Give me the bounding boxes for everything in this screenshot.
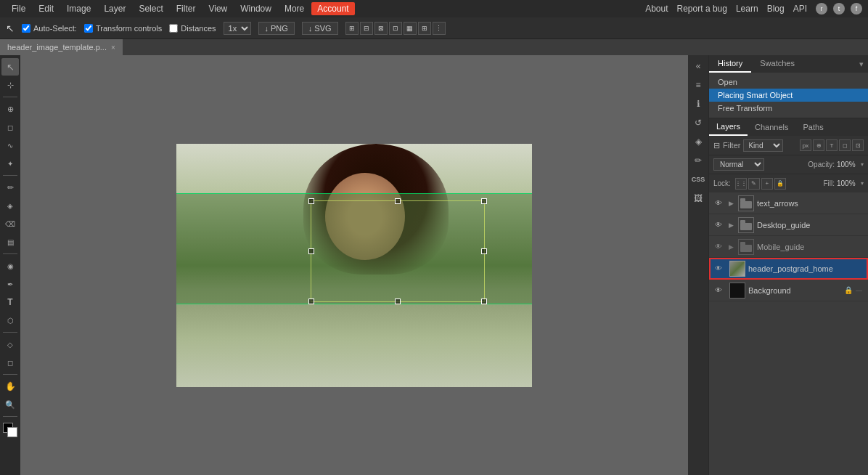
- lock-all-icon[interactable]: +: [761, 178, 773, 190]
- opacity-dropdown-icon[interactable]: ▾: [861, 161, 864, 168]
- history-item-placing[interactable]: Placing Smart Object: [709, 89, 868, 102]
- transform-handle-ml[interactable]: [308, 248, 314, 254]
- layer-item-text-arrows[interactable]: 👁 ▶ text_arrows: [709, 192, 868, 214]
- tab-close-btn[interactable]: ×: [111, 44, 115, 52]
- layer-item-background[interactable]: 👁 Background 🔒 —: [709, 280, 868, 301]
- filter-adjustment-icon[interactable]: ⊕: [813, 139, 824, 151]
- lock-artboard-icon[interactable]: 🔒: [774, 178, 786, 190]
- menu-layer[interactable]: Layer: [98, 2, 131, 15]
- fill-value[interactable]: 100%: [837, 179, 859, 187]
- collapse-panel-icon[interactable]: «: [690, 58, 706, 74]
- menu-select[interactable]: Select: [133, 2, 168, 15]
- filter-smart-icon[interactable]: ⊡: [852, 139, 864, 151]
- filter-kind-select[interactable]: Kind: [743, 139, 783, 152]
- info-icon[interactable]: ℹ: [690, 96, 706, 112]
- transform-handle-tl[interactable]: [308, 198, 314, 204]
- lock-pixels-icon[interactable]: ⋮⋮: [735, 178, 747, 190]
- facebook-icon[interactable]: f: [851, 3, 862, 15]
- align-top-icon[interactable]: ⊡: [389, 22, 402, 35]
- menu-filter[interactable]: Filter: [171, 2, 202, 15]
- pen-tool[interactable]: ✒: [1, 275, 19, 293]
- tab-history[interactable]: History: [709, 55, 751, 73]
- align-center-v-icon[interactable]: ▦: [404, 22, 417, 35]
- css-icon[interactable]: CSS: [690, 171, 706, 187]
- align-right-icon[interactable]: ⊠: [374, 22, 388, 35]
- brushes-icon[interactable]: ✏: [690, 153, 706, 169]
- about-link[interactable]: About: [645, 4, 668, 14]
- blur-tool[interactable]: ◉: [1, 257, 19, 275]
- align-bottom-icon[interactable]: ⊞: [418, 22, 431, 35]
- svg-export-btn[interactable]: ↓SVG: [302, 22, 338, 35]
- transform-handle-bm[interactable]: [395, 299, 401, 304]
- canvas-area[interactable]: [20, 55, 688, 475]
- layer-expand-text-arrows[interactable]: ▶: [726, 199, 735, 208]
- layer-visibility-text-arrows[interactable]: 👁: [713, 198, 724, 208]
- layer-visibility-header-postgrad[interactable]: 👁: [713, 264, 724, 274]
- opacity-value[interactable]: 100%: [837, 161, 859, 169]
- menu-view[interactable]: View: [202, 2, 233, 15]
- filter-shape-icon[interactable]: ◻: [839, 139, 851, 151]
- zoom-tool[interactable]: 🔍: [1, 396, 19, 413]
- transform-controls-checkbox[interactable]: [84, 24, 93, 33]
- layer-visibility-mobile-guide[interactable]: 👁: [713, 242, 724, 252]
- move-tool[interactable]: ↖: [1, 58, 19, 76]
- eyedropper-tool[interactable]: ◇: [1, 336, 19, 353]
- distances-checkbox[interactable]: [169, 24, 178, 33]
- filter-type-icon[interactable]: T: [826, 139, 838, 151]
- twitter-icon[interactable]: t: [833, 3, 845, 15]
- layer-visibility-desktop-guide[interactable]: 👁: [713, 220, 724, 230]
- eraser-tool[interactable]: ◈: [1, 197, 19, 214]
- layer-expand-mobile-guide[interactable]: ▶: [726, 243, 735, 251]
- transform-handle-tm[interactable]: [395, 198, 401, 204]
- learn-link[interactable]: Learn: [736, 4, 758, 14]
- lock-position-icon[interactable]: ✎: [748, 178, 760, 190]
- history-icon[interactable]: ↺: [690, 115, 706, 131]
- shape-tool[interactable]: ◻: [1, 118, 19, 136]
- tab-layers[interactable]: Layers: [709, 118, 748, 136]
- align-center-h-icon[interactable]: ⊟: [360, 22, 373, 35]
- ruler-tool[interactable]: ◻: [1, 354, 19, 371]
- menu-edit[interactable]: Edit: [33, 2, 60, 15]
- crop-tool[interactable]: ⊕: [1, 100, 19, 118]
- zoom-select[interactable]: 1x 2x: [224, 22, 251, 35]
- reddit-icon[interactable]: r: [816, 3, 827, 15]
- smart-object-transform-box[interactable]: [311, 200, 485, 302]
- canvas-tab[interactable]: header_image_template.p... ×: [0, 39, 123, 55]
- blog-link[interactable]: Blog: [767, 4, 785, 14]
- path-tool[interactable]: ⬡: [1, 312, 19, 329]
- selection-tool[interactable]: ⊹: [1, 76, 19, 94]
- history-item-transform[interactable]: Free Transform: [709, 102, 868, 115]
- hand-tool[interactable]: ✋: [1, 378, 19, 395]
- image-icon[interactable]: 🖼: [690, 190, 706, 206]
- tab-channels[interactable]: Channels: [748, 118, 795, 136]
- clone-tool[interactable]: ⌫: [1, 215, 19, 232]
- layer-item-mobile-guide[interactable]: 👁 ▶ Mobile_guide: [709, 236, 868, 258]
- fill-dropdown-icon[interactable]: ▾: [861, 180, 864, 187]
- lasso-tool[interactable]: ∿: [1, 137, 19, 154]
- align-left-icon[interactable]: ⊞: [345, 22, 359, 35]
- api-link[interactable]: API: [793, 4, 807, 14]
- magic-wand-tool[interactable]: ✦: [1, 155, 19, 172]
- swatches-icon[interactable]: ◈: [690, 134, 706, 150]
- distribute-icon[interactable]: ⋮: [433, 22, 446, 35]
- transform-handle-bl[interactable]: [308, 299, 314, 304]
- menu-window[interactable]: Window: [234, 2, 277, 15]
- transform-handle-br[interactable]: [481, 299, 487, 304]
- tab-swatches[interactable]: Swatches: [751, 55, 803, 73]
- panel-options-icon[interactable]: ≡: [690, 77, 706, 93]
- png-export-btn[interactable]: ↓PNG: [258, 22, 295, 35]
- auto-select-checkbox[interactable]: [22, 24, 30, 33]
- history-panel-collapse[interactable]: ▾: [855, 60, 868, 69]
- layer-visibility-background[interactable]: 👁: [713, 285, 724, 296]
- brush-tool[interactable]: ✏: [1, 179, 19, 196]
- menu-account[interactable]: Account: [311, 2, 354, 15]
- layer-item-desktop-guide[interactable]: 👁 ▶ Desktop_guide: [709, 214, 868, 236]
- text-tool[interactable]: T: [1, 293, 19, 311]
- tab-paths[interactable]: Paths: [796, 118, 831, 136]
- history-item-open[interactable]: Open: [709, 76, 868, 89]
- filter-pixel-icon[interactable]: px: [800, 139, 811, 151]
- layer-item-header-postgrad[interactable]: 👁 header_postgrad_home: [709, 258, 868, 280]
- gradient-tool[interactable]: ▤: [1, 233, 19, 251]
- menu-file[interactable]: File: [6, 2, 31, 15]
- layer-expand-desktop-guide[interactable]: ▶: [726, 221, 735, 230]
